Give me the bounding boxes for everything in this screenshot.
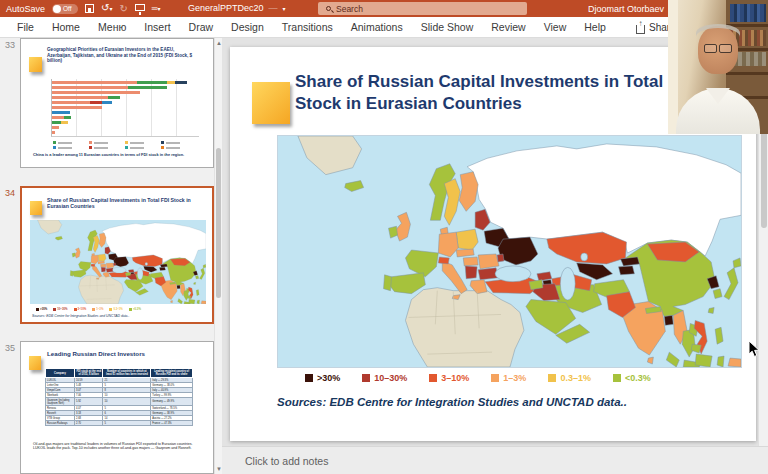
country-romania <box>478 254 499 269</box>
document-title[interactable]: GeneralPPTDec20 <box>188 3 264 13</box>
table-row: Gazprom (including Gazprom Neft)5.9210Ge… <box>46 398 193 406</box>
country-tajikistan <box>619 266 635 275</box>
undo-icon[interactable]: ↺▾ <box>101 3 112 14</box>
slide34-title: Share of Russian Capital Investments in … <box>47 197 205 209</box>
menu-tab-slide-show[interactable]: Slide Show <box>412 17 483 37</box>
menu-tab-transitions[interactable]: Transitions <box>273 17 342 37</box>
autosave-state: Off <box>63 5 72 12</box>
country-bangladesh <box>664 315 673 325</box>
powerpoint-window: AutoSave Off ↺▾ ↻ ═▾ GeneralPPTDec20 — ▾… <box>0 0 768 474</box>
legend-item-r3_10: 3–10% <box>429 373 469 383</box>
mini-legend-chip <box>89 146 125 149</box>
share-icon <box>636 25 645 34</box>
bar-row <box>52 131 199 134</box>
webcam-person-hair <box>696 24 740 42</box>
menu-tab-animations[interactable]: Animations <box>342 17 412 37</box>
user-name[interactable]: Djoomart Otorbaev <box>588 4 664 14</box>
legend-item-gt30: >30% <box>36 307 47 311</box>
country-portugal <box>70 270 73 276</box>
country-moldova <box>497 254 504 262</box>
country-serbia <box>465 266 477 279</box>
slide-thumbnail-panel: 33 Geographical Priorities of Eurasian I… <box>0 38 222 474</box>
sidebar-scrollbar[interactable]: ▲ ▼ <box>214 38 222 474</box>
slide35-title: Leading Russian Direct Investors <box>47 350 197 357</box>
menu-tab-review[interactable]: Review <box>482 17 534 37</box>
bar-row <box>52 101 199 104</box>
bar-row <box>52 126 199 129</box>
slide-thumbnail-33[interactable]: Geographical Priorities of Eurasian Inve… <box>20 38 214 168</box>
bar-row <box>52 111 199 114</box>
country-serbia <box>101 267 106 272</box>
mini-legend-chip <box>125 141 161 144</box>
country-syria <box>125 272 130 276</box>
bar-row <box>52 106 199 109</box>
menu-tab-draw[interactable]: Draw <box>180 17 223 37</box>
country-indonesia <box>189 299 195 304</box>
slide33-bar-chart <box>51 79 199 137</box>
menu-tab-view[interactable]: View <box>535 17 576 37</box>
notes-pane[interactable]: Click to add notes <box>222 446 768 474</box>
country-indonesia <box>695 354 712 367</box>
bar-row <box>52 96 199 99</box>
sidebar-scrollbar-thumb[interactable] <box>216 148 221 298</box>
caspian-sea <box>137 268 143 280</box>
save-icon[interactable] <box>85 4 94 13</box>
legend-item-lt03: <0.3% <box>613 373 651 383</box>
legend-item-r03_1: 0.3–1% <box>548 373 591 383</box>
country-hungary <box>463 257 478 266</box>
menu-tab-home[interactable]: Home <box>43 17 89 37</box>
bar-row <box>52 81 199 84</box>
mouse-cursor <box>748 340 760 358</box>
webcam-background-wall <box>668 0 678 134</box>
table-row: Russian Railways2.705France — 47.3% <box>46 421 193 426</box>
menu-tab-design[interactable]: Design <box>222 17 273 37</box>
legend-item-r3_10: 3–10% <box>74 307 87 311</box>
slide-accent-square[interactable] <box>252 82 290 124</box>
caspian-sea <box>560 267 575 300</box>
legend-item-r1_3: 1–3% <box>491 373 526 383</box>
document-title-dash: — <box>269 3 278 13</box>
document-title-caret-icon[interactable]: ▾ <box>283 5 286 12</box>
legend-item-lt03: <0.3% <box>129 307 141 311</box>
mini-legend-chip <box>89 141 125 144</box>
redo-icon[interactable]: ↻ <box>119 4 127 14</box>
choropleth-map[interactable] <box>277 135 742 368</box>
aral-sea <box>581 253 588 261</box>
slide34-sources: Sources: EDB Centre for Integration Stud… <box>32 314 129 318</box>
title-bar: AutoSave Off ↺▾ ↻ ═▾ GeneralPPTDec20 — ▾… <box>0 0 768 17</box>
legend-item-r1_3: 1–3% <box>92 307 103 311</box>
slide34-accent-square <box>30 201 42 215</box>
autosave-toggle[interactable]: Off <box>52 4 78 14</box>
search-placeholder: Search <box>336 4 363 14</box>
mini-legend-chip <box>53 146 89 149</box>
notes-placeholder: Click to add notes <box>245 455 328 467</box>
country-taiwan <box>708 308 714 314</box>
black-sea <box>113 267 127 273</box>
menu-tab-file[interactable]: File <box>8 17 43 37</box>
map-legend: >30%10–30%3–10%1–3%0.3–1%<0.3% <box>305 373 651 383</box>
country-papua <box>201 301 206 304</box>
menu-tab-insert[interactable]: Insert <box>135 17 179 37</box>
country-taiwan <box>194 282 196 284</box>
slide-thumbnail-35[interactable]: Leading Russian Direct Investors Company… <box>20 341 214 474</box>
slide-thumbnail-34-selected[interactable]: Share of Russian Capital Investments in … <box>20 186 214 324</box>
country-portugal <box>384 275 392 291</box>
menu-tab-help[interactable]: Help <box>575 17 615 37</box>
webcam-overlay[interactable] <box>668 0 768 134</box>
slide35-accent-square <box>29 356 41 370</box>
slide35-caption: Oil-and-gas majors are traditional leade… <box>33 442 203 450</box>
menu-tab-меню[interactable]: Меню <box>89 17 135 37</box>
slide-number-34: 34 <box>5 188 15 198</box>
search-input[interactable]: Search <box>318 2 527 15</box>
slide-number-35: 35 <box>5 343 15 353</box>
country-moldova <box>113 263 116 266</box>
slide33-title: Geographical Priorities of Eurasian Inve… <box>47 47 199 64</box>
bar-row <box>52 116 199 119</box>
mini-legend-chip <box>161 141 197 144</box>
mini-legend-chip <box>125 146 161 149</box>
country-switzerland <box>438 257 449 264</box>
quick-access-customize-icon[interactable]: ═▾ <box>152 4 161 14</box>
sources-text[interactable]: Sources: EDB Centre for Integration Stud… <box>277 396 627 408</box>
aral-sea <box>145 263 148 266</box>
start-slideshow-icon[interactable] <box>135 4 145 11</box>
